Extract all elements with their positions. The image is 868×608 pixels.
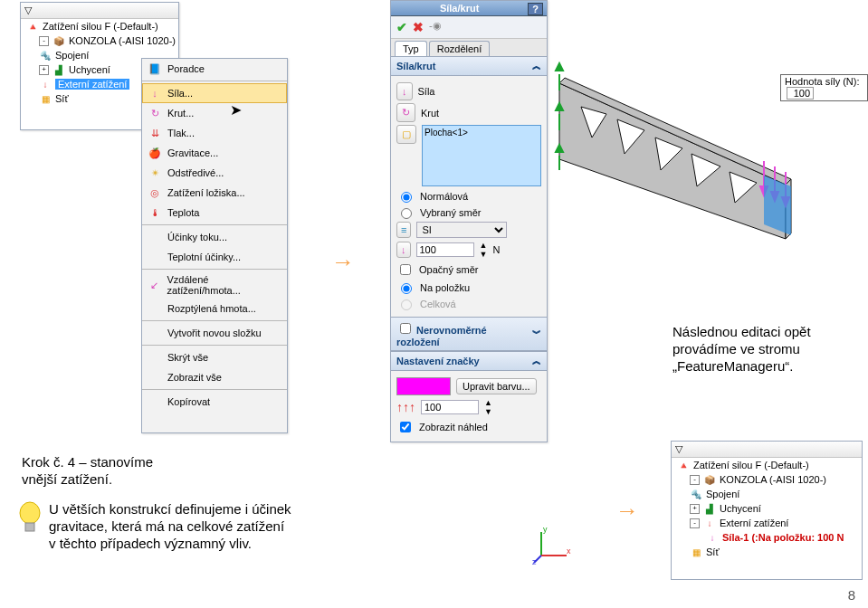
- color-swatch[interactable]: [396, 377, 451, 395]
- part-icon: 📦: [703, 473, 716, 486]
- filter-icon[interactable]: ▽: [24, 5, 32, 16]
- spin-buttons[interactable]: ▲▼: [484, 398, 492, 416]
- centrifugal-icon: ✴: [148, 166, 162, 180]
- filter-icon[interactable]: ▽: [675, 443, 682, 455]
- clamp-icon: ▟: [703, 502, 716, 515]
- tree-label: KONZOLA (-AISI 1020-): [69, 35, 176, 46]
- radio-label: Na položku: [420, 282, 470, 293]
- part-icon: 📦: [52, 34, 65, 47]
- ok-button[interactable]: ✔: [396, 20, 407, 34]
- menu-label: Kopírovat: [167, 396, 210, 407]
- tree-label: Spojení: [706, 489, 739, 499]
- size-arrows-icon: ↑↑↑: [396, 400, 415, 414]
- menu-bearing-load[interactable]: ◎ Zatížení ložiska...: [142, 183, 287, 203]
- torque-label: Krut: [421, 108, 439, 119]
- tree-item[interactable]: - ↓ Externí zatížení: [672, 516, 862, 530]
- menu-temperature[interactable]: 🌡 Teplota: [142, 203, 287, 223]
- tree-item[interactable]: - 📦 KONZOLA (-AISI 1020-): [672, 472, 862, 487]
- menu-label: Rozptýlená hmota...: [167, 303, 256, 314]
- arrow-down-icon: ↓: [148, 86, 162, 100]
- tree-label: Zatížení silou F (-Default-): [693, 460, 809, 470]
- force-value[interactable]: 100: [787, 87, 814, 100]
- menu-gravity[interactable]: 🍎 Gravitace...: [142, 143, 287, 163]
- section-nonuniform[interactable]: Nerovnoměrné rozložení ︾: [391, 317, 547, 351]
- radio-total: [401, 299, 412, 310]
- menu-force[interactable]: ↓ Síla...: [142, 83, 287, 103]
- tab-type[interactable]: Typ: [395, 41, 427, 56]
- lightbulb-icon: [16, 499, 43, 536]
- pin-button[interactable]: -◉: [429, 20, 442, 34]
- tree-item[interactable]: 🔺 Zatížení silou F (-Default-): [672, 458, 862, 472]
- menu-label: Síla...: [167, 88, 193, 99]
- tree-item[interactable]: ▦ Síť: [672, 545, 862, 559]
- radio-label: Celková: [420, 299, 456, 309]
- unit-icon[interactable]: ≡: [396, 222, 411, 238]
- force-button[interactable]: ↓ Síla: [396, 82, 541, 100]
- section-force-torque[interactable]: Síla/krut︽: [391, 56, 547, 76]
- menu-distributed-mass[interactable]: Rozptýlená hmota...: [142, 299, 287, 318]
- collapse-icon[interactable]: -: [690, 518, 700, 528]
- nonuniform-checkbox[interactable]: [400, 323, 411, 334]
- force-value-input[interactable]: [416, 242, 474, 257]
- force-label: Síla: [418, 86, 435, 97]
- radio-label: Vybraný směr: [420, 207, 481, 218]
- radio-direction[interactable]: [401, 208, 412, 219]
- edit-color-button[interactable]: Upravit barvu...: [456, 378, 537, 394]
- menu-label: Zatížení ložiska...: [167, 187, 245, 198]
- svg-point-21: [20, 502, 40, 524]
- selected-face: Plocha<1>: [424, 128, 468, 138]
- menu-thermal-effects[interactable]: Teplotní účinky...: [142, 247, 287, 267]
- model-view[interactable]: [554, 25, 807, 246]
- menu-label: Teplotní účinky...: [167, 252, 241, 262]
- menu-flow-effects[interactable]: Účinky toku...: [142, 227, 287, 247]
- radio-per-item[interactable]: [401, 283, 412, 294]
- tree-item[interactable]: 🔺 Zatížení silou F (-Default-): [21, 19, 178, 33]
- face-selection-box[interactable]: Plocha<1>: [422, 125, 541, 186]
- reverse-checkbox[interactable]: [400, 264, 411, 275]
- help-button[interactable]: ?: [528, 3, 543, 15]
- unit-select[interactable]: SI: [416, 222, 507, 238]
- tree-label: Zatížení silou F (-Default-): [43, 21, 158, 32]
- menu-pressure[interactable]: ⇊ Tlak...: [142, 123, 287, 143]
- svg-text:z: z: [532, 557, 537, 565]
- svg-text:x: x: [567, 546, 571, 556]
- bearing-icon: ◎: [148, 185, 162, 200]
- mesh-icon: ▦: [39, 92, 52, 105]
- menu-label: Odstředivé...: [167, 167, 224, 178]
- collapse-icon[interactable]: -: [690, 475, 700, 485]
- tab-distribution[interactable]: Rozdělení: [429, 41, 491, 56]
- mark-size-input[interactable]: [421, 400, 479, 414]
- tree-item-force1[interactable]: ↓ Síla-1 (:Na položku: 100 N: [672, 530, 862, 545]
- menu-torque[interactable]: ↻ Krut...: [142, 103, 287, 123]
- spin-buttons[interactable]: ▲▼: [480, 241, 488, 259]
- tree-label: Externí zatížení: [55, 79, 129, 90]
- chevron-down-icon: ︾: [532, 328, 541, 340]
- tree-item[interactable]: 🔩 Spojení: [672, 487, 862, 501]
- feature-tree-panel-after: ▽ 🔺 Zatížení silou F (-Default-) - 📦 KON…: [671, 441, 863, 580]
- menu-centrifugal[interactable]: ✴ Odstředivé...: [142, 163, 287, 183]
- cancel-button[interactable]: ✖: [413, 20, 424, 34]
- tree-item[interactable]: + ▟ Uchycení: [672, 501, 862, 516]
- arrow-down-icon: ↓: [402, 86, 407, 97]
- preview-checkbox[interactable]: [400, 422, 411, 432]
- property-panel: Síla/krut ? ✔ ✖ -◉ Typ Rozdělení Síla/kr…: [390, 0, 548, 442]
- force-arrow-icon: 🔺: [26, 20, 39, 33]
- tree-label: Uchycení: [720, 503, 761, 514]
- expand-icon[interactable]: +: [39, 65, 49, 75]
- note-step: Krok č. 4 – stanovíme vnější zatížení.: [22, 454, 167, 489]
- radio-normal[interactable]: [401, 192, 412, 203]
- section-mark-settings[interactable]: Nastavení značky︽: [391, 351, 547, 371]
- menu-show-all[interactable]: Zobrazit vše: [142, 367, 287, 387]
- expand-icon[interactable]: +: [690, 504, 700, 514]
- menu-remote-load[interactable]: ↙ Vzdálené zatížení/hmota...: [142, 271, 287, 299]
- menu-hide-all[interactable]: Skrýt vše: [142, 347, 287, 367]
- menu-new-folder[interactable]: Vytvořit novou složku: [142, 323, 287, 343]
- tree-label: Síla-1 (:Na položku: 100 N: [722, 532, 844, 543]
- collapse-icon[interactable]: -: [39, 36, 49, 46]
- arrow-down-icon: ↓: [706, 531, 719, 544]
- tree-item[interactable]: - 📦 KONZOLA (-AISI 1020-): [21, 33, 178, 48]
- menu-advisor[interactable]: 📘 Poradce: [142, 59, 287, 79]
- torque-button[interactable]: ↻ Krut: [396, 103, 541, 122]
- menu-copy[interactable]: Kopírovat: [142, 392, 287, 412]
- face-select-icon[interactable]: ▢: [396, 125, 416, 144]
